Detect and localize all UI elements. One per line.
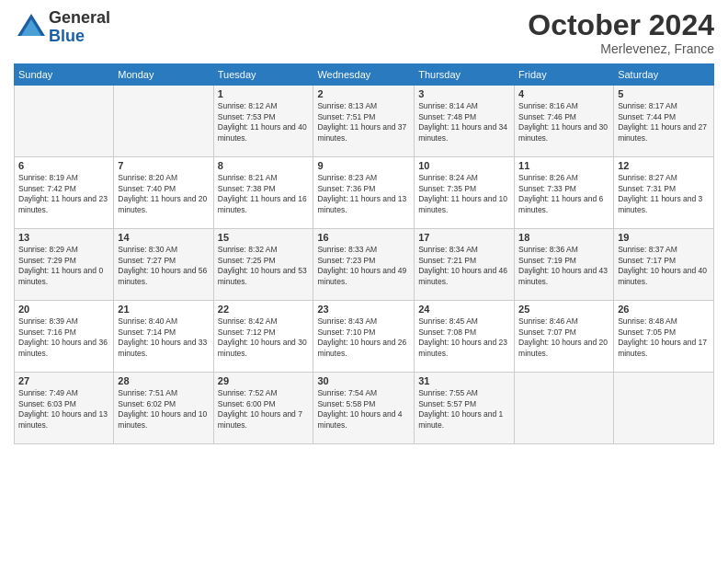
day-info: Sunrise: 8:30 AM Sunset: 7:27 PM Dayligh… bbox=[118, 245, 209, 287]
day-info: Sunrise: 8:39 AM Sunset: 7:16 PM Dayligh… bbox=[18, 316, 109, 359]
day-info: Sunrise: 8:36 AM Sunset: 7:19 PM Dayligh… bbox=[518, 245, 609, 287]
calendar-cell: 1Sunrise: 8:12 AM Sunset: 7:53 PM Daylig… bbox=[213, 86, 313, 157]
day-number: 27 bbox=[18, 375, 109, 386]
day-info: Sunrise: 8:37 AM Sunset: 7:17 PM Dayligh… bbox=[618, 245, 710, 287]
day-number: 18 bbox=[518, 232, 609, 243]
calendar-cell: 24Sunrise: 8:45 AM Sunset: 7:08 PM Dayli… bbox=[415, 301, 515, 373]
day-number: 21 bbox=[118, 304, 209, 315]
day-number: 28 bbox=[118, 375, 209, 386]
day-info: Sunrise: 7:55 AM Sunset: 5:57 PM Dayligh… bbox=[418, 388, 510, 431]
calendar-cell: 28Sunrise: 7:51 AM Sunset: 6:02 PM Dayli… bbox=[114, 373, 213, 444]
calendar-cell: 15Sunrise: 8:32 AM Sunset: 7:25 PM Dayli… bbox=[213, 229, 313, 301]
calendar-cell bbox=[515, 373, 614, 444]
calendar-cell: 2Sunrise: 8:13 AM Sunset: 7:51 PM Daylig… bbox=[313, 86, 415, 157]
calendar-cell: 19Sunrise: 8:37 AM Sunset: 7:17 PM Dayli… bbox=[614, 229, 714, 301]
calendar-cell: 31Sunrise: 7:55 AM Sunset: 5:57 PM Dayli… bbox=[415, 373, 515, 444]
day-info: Sunrise: 8:12 AM Sunset: 7:53 PM Dayligh… bbox=[218, 101, 310, 144]
day-number: 9 bbox=[317, 160, 410, 171]
calendar-cell: 6Sunrise: 8:19 AM Sunset: 7:42 PM Daylig… bbox=[15, 157, 114, 229]
day-info: Sunrise: 7:49 AM Sunset: 6:03 PM Dayligh… bbox=[18, 388, 109, 431]
calendar-week-1: 1Sunrise: 8:12 AM Sunset: 7:53 PM Daylig… bbox=[15, 86, 714, 157]
calendar-cell: 18Sunrise: 8:36 AM Sunset: 7:19 PM Dayli… bbox=[515, 229, 614, 301]
calendar-cell: 5Sunrise: 8:17 AM Sunset: 7:44 PM Daylig… bbox=[614, 86, 714, 157]
calendar-cell: 17Sunrise: 8:34 AM Sunset: 7:21 PM Dayli… bbox=[415, 229, 515, 301]
calendar-cell: 23Sunrise: 8:43 AM Sunset: 7:10 PM Dayli… bbox=[313, 301, 415, 373]
day-number: 3 bbox=[418, 88, 510, 99]
calendar-cell: 27Sunrise: 7:49 AM Sunset: 6:03 PM Dayli… bbox=[15, 373, 114, 444]
day-info: Sunrise: 8:29 AM Sunset: 7:29 PM Dayligh… bbox=[18, 245, 109, 287]
calendar-cell bbox=[114, 86, 213, 157]
day-info: Sunrise: 8:45 AM Sunset: 7:08 PM Dayligh… bbox=[418, 316, 510, 359]
day-number: 17 bbox=[418, 232, 510, 243]
day-number: 30 bbox=[317, 375, 410, 386]
day-number: 1 bbox=[218, 88, 310, 99]
day-info: Sunrise: 8:42 AM Sunset: 7:12 PM Dayligh… bbox=[218, 316, 310, 359]
day-info: Sunrise: 7:52 AM Sunset: 6:00 PM Dayligh… bbox=[218, 388, 310, 431]
calendar-cell: 9Sunrise: 8:23 AM Sunset: 7:36 PM Daylig… bbox=[313, 157, 415, 229]
day-info: Sunrise: 8:33 AM Sunset: 7:23 PM Dayligh… bbox=[317, 245, 410, 287]
day-number: 8 bbox=[218, 160, 310, 171]
day-number: 10 bbox=[418, 160, 510, 171]
calendar-cell: 7Sunrise: 8:20 AM Sunset: 7:40 PM Daylig… bbox=[114, 157, 213, 229]
day-info: Sunrise: 8:14 AM Sunset: 7:48 PM Dayligh… bbox=[418, 101, 510, 144]
header: General Blue October 2024 Merlevenez, Fr… bbox=[14, 9, 714, 56]
calendar-week-2: 6Sunrise: 8:19 AM Sunset: 7:42 PM Daylig… bbox=[15, 157, 714, 229]
calendar-cell: 22Sunrise: 8:42 AM Sunset: 7:12 PM Dayli… bbox=[213, 301, 313, 373]
col-tuesday: Tuesday bbox=[213, 64, 313, 86]
calendar-cell: 10Sunrise: 8:24 AM Sunset: 7:35 PM Dayli… bbox=[415, 157, 515, 229]
day-info: Sunrise: 7:54 AM Sunset: 5:58 PM Dayligh… bbox=[317, 388, 410, 431]
calendar-cell: 26Sunrise: 8:48 AM Sunset: 7:05 PM Dayli… bbox=[614, 301, 714, 373]
day-info: Sunrise: 8:27 AM Sunset: 7:31 PM Dayligh… bbox=[618, 173, 710, 215]
day-number: 31 bbox=[418, 375, 510, 386]
day-number: 20 bbox=[18, 304, 109, 315]
calendar-cell: 8Sunrise: 8:21 AM Sunset: 7:38 PM Daylig… bbox=[213, 157, 313, 229]
day-info: Sunrise: 8:48 AM Sunset: 7:05 PM Dayligh… bbox=[618, 316, 710, 359]
day-number: 2 bbox=[317, 88, 410, 99]
day-info: Sunrise: 8:32 AM Sunset: 7:25 PM Dayligh… bbox=[218, 245, 310, 287]
logo-blue: Blue bbox=[49, 28, 110, 46]
day-info: Sunrise: 8:13 AM Sunset: 7:51 PM Dayligh… bbox=[317, 101, 410, 144]
day-info: Sunrise: 8:43 AM Sunset: 7:10 PM Dayligh… bbox=[317, 316, 410, 359]
day-number: 13 bbox=[18, 232, 109, 243]
day-info: Sunrise: 8:21 AM Sunset: 7:38 PM Dayligh… bbox=[218, 173, 310, 215]
day-info: Sunrise: 8:26 AM Sunset: 7:33 PM Dayligh… bbox=[518, 173, 609, 215]
calendar-week-5: 27Sunrise: 7:49 AM Sunset: 6:03 PM Dayli… bbox=[15, 373, 714, 444]
col-saturday: Saturday bbox=[614, 64, 714, 86]
day-number: 14 bbox=[118, 232, 209, 243]
calendar-cell: 13Sunrise: 8:29 AM Sunset: 7:29 PM Dayli… bbox=[15, 229, 114, 301]
day-info: Sunrise: 8:17 AM Sunset: 7:44 PM Dayligh… bbox=[618, 101, 710, 144]
day-number: 6 bbox=[18, 160, 109, 171]
calendar-cell: 16Sunrise: 8:33 AM Sunset: 7:23 PM Dayli… bbox=[313, 229, 415, 301]
col-friday: Friday bbox=[515, 64, 614, 86]
day-info: Sunrise: 8:20 AM Sunset: 7:40 PM Dayligh… bbox=[118, 173, 209, 215]
calendar-week-4: 20Sunrise: 8:39 AM Sunset: 7:16 PM Dayli… bbox=[15, 301, 714, 373]
logo-general: General bbox=[49, 9, 110, 28]
location: Merlevenez, France bbox=[528, 41, 714, 56]
logo-icon bbox=[14, 10, 49, 45]
day-number: 22 bbox=[218, 304, 310, 315]
day-number: 26 bbox=[618, 304, 710, 315]
day-number: 24 bbox=[418, 304, 510, 315]
day-info: Sunrise: 8:19 AM Sunset: 7:42 PM Dayligh… bbox=[18, 173, 109, 215]
calendar-cell: 12Sunrise: 8:27 AM Sunset: 7:31 PM Dayli… bbox=[614, 157, 714, 229]
calendar-cell bbox=[15, 86, 114, 157]
col-thursday: Thursday bbox=[415, 64, 515, 86]
day-info: Sunrise: 8:23 AM Sunset: 7:36 PM Dayligh… bbox=[317, 173, 410, 215]
day-number: 16 bbox=[317, 232, 410, 243]
calendar-cell: 14Sunrise: 8:30 AM Sunset: 7:27 PM Dayli… bbox=[114, 229, 213, 301]
day-number: 19 bbox=[618, 232, 710, 243]
month-title: October 2024 bbox=[528, 9, 714, 41]
calendar-cell: 21Sunrise: 8:40 AM Sunset: 7:14 PM Dayli… bbox=[114, 301, 213, 373]
day-number: 4 bbox=[518, 88, 609, 99]
day-number: 11 bbox=[518, 160, 609, 171]
calendar-cell: 4Sunrise: 8:16 AM Sunset: 7:46 PM Daylig… bbox=[515, 86, 614, 157]
day-number: 29 bbox=[218, 375, 310, 386]
day-info: Sunrise: 8:46 AM Sunset: 7:07 PM Dayligh… bbox=[518, 316, 609, 359]
calendar-cell bbox=[614, 373, 714, 444]
calendar-cell: 3Sunrise: 8:14 AM Sunset: 7:48 PM Daylig… bbox=[415, 86, 515, 157]
page-container: General Blue October 2024 Merlevenez, Fr… bbox=[0, 0, 728, 454]
header-row: Sunday Monday Tuesday Wednesday Thursday… bbox=[15, 64, 714, 86]
day-number: 15 bbox=[218, 232, 310, 243]
day-info: Sunrise: 8:24 AM Sunset: 7:35 PM Dayligh… bbox=[418, 173, 510, 215]
calendar-week-3: 13Sunrise: 8:29 AM Sunset: 7:29 PM Dayli… bbox=[15, 229, 714, 301]
